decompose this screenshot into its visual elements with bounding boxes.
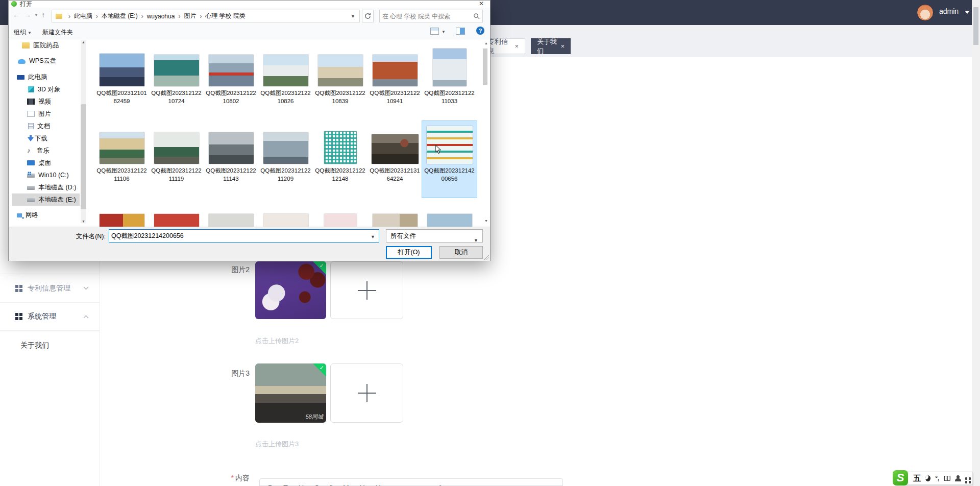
breadcrumb-segment[interactable]: wuyaohua bbox=[146, 13, 176, 20]
file-thumbnail[interactable] bbox=[318, 55, 363, 86]
breadcrumb-segment[interactable]: 图片 bbox=[183, 12, 197, 20]
cancel-button[interactable]: 取消 bbox=[439, 246, 483, 259]
tree-item-downloads[interactable]: 下载 bbox=[12, 132, 80, 144]
file-item[interactable] bbox=[258, 202, 313, 227]
mark-button[interactable]: M bbox=[343, 482, 349, 485]
filetype-select[interactable]: 所有文件 ▼ bbox=[386, 229, 483, 242]
h2-button[interactable]: H bbox=[376, 482, 381, 485]
file-item[interactable] bbox=[94, 202, 149, 227]
close-icon[interactable]: × bbox=[514, 42, 519, 50]
tree-item-desktop[interactable]: 桌面 bbox=[12, 157, 80, 169]
search-box[interactable] bbox=[379, 10, 483, 22]
sidebar-item-patent-management[interactable]: 专利信息管理 bbox=[0, 274, 100, 302]
file-thumbnail[interactable] bbox=[100, 214, 144, 227]
breadcrumb-segment[interactable]: 此电脑 bbox=[73, 12, 93, 20]
moon-icon[interactable] bbox=[925, 475, 930, 481]
file-thumbnail[interactable] bbox=[209, 55, 254, 86]
tab-about-us[interactable]: 关于我们 × bbox=[531, 38, 571, 54]
file-item[interactable]: QQ截图20231212210724 bbox=[149, 43, 204, 120]
file-item[interactable]: QQ截图20231212210802 bbox=[204, 43, 258, 120]
strike-button[interactable]: S bbox=[314, 482, 319, 485]
file-item[interactable] bbox=[422, 202, 477, 227]
file-thumbnail[interactable] bbox=[100, 132, 144, 164]
file-thumbnail[interactable] bbox=[324, 214, 357, 227]
filename-combobox[interactable]: ▼ bbox=[109, 229, 379, 242]
breadcrumb-segment[interactable]: 本地磁盘 (E:) bbox=[101, 12, 139, 20]
sidebar-item-system-management[interactable]: 系统管理 bbox=[0, 302, 100, 331]
unordered-list-button[interactable]: ≡ bbox=[406, 482, 410, 485]
tree-item-3d-objects[interactable]: 3D 对象 bbox=[12, 83, 80, 95]
h1-button[interactable]: H bbox=[360, 482, 365, 485]
scroll-up-icon[interactable]: ▲ bbox=[483, 41, 489, 45]
tree-item-drive-c[interactable]: Win10 (C:) bbox=[12, 169, 80, 181]
ime-toolbar[interactable]: S 五 °, bbox=[895, 472, 973, 485]
tree-item-drive-e[interactable]: 本地磁盘 (E:) bbox=[12, 193, 80, 206]
file-thumbnail[interactable] bbox=[154, 132, 199, 164]
dialog-title-bar[interactable]: 打开 ✕ bbox=[9, 1, 490, 8]
scrollbar-thumb[interactable] bbox=[973, 7, 978, 45]
chevron-down-icon[interactable]: ▼ bbox=[442, 30, 446, 34]
tree-item-wps-cloud[interactable]: WPS云盘 bbox=[12, 55, 80, 67]
tree-item-drive-d[interactable]: 本地磁盘 (D:) bbox=[12, 181, 80, 193]
scroll-up-icon[interactable]: ▲ bbox=[81, 40, 86, 44]
person-icon[interactable] bbox=[955, 475, 960, 481]
file-item[interactable]: QQ截图20231212211119 bbox=[149, 121, 204, 198]
preview-pane-button[interactable] bbox=[456, 28, 465, 35]
file-item[interactable] bbox=[313, 202, 368, 227]
file-thumbnail[interactable] bbox=[324, 131, 357, 164]
underline-button[interactable]: U bbox=[299, 482, 304, 485]
ordered-list-button[interactable]: ≡ bbox=[391, 482, 396, 485]
file-thumbnail[interactable] bbox=[209, 214, 254, 227]
rich-text-editor-toolbar[interactable]: B T U S ” M H H ≡ ≡ x x² ≡ ≡ bbox=[259, 478, 563, 486]
avatar[interactable] bbox=[917, 4, 934, 21]
page-scrollbar[interactable] bbox=[972, 0, 980, 486]
file-thumbnail[interactable] bbox=[373, 214, 418, 227]
file-item[interactable]: QQ截图20231213164224 bbox=[368, 121, 422, 198]
quote-button[interactable]: ” bbox=[330, 482, 332, 485]
file-thumbnail[interactable] bbox=[263, 214, 308, 227]
file-item[interactable] bbox=[204, 202, 258, 227]
file-item[interactable]: QQ截图20231212211143 bbox=[204, 121, 258, 198]
scrollbar-thumb[interactable] bbox=[483, 48, 487, 85]
close-icon[interactable]: × bbox=[560, 42, 565, 50]
ime-logo-icon[interactable]: S bbox=[893, 470, 908, 485]
image2-upload-button[interactable] bbox=[330, 261, 403, 319]
tree-item-videos[interactable]: 视频 bbox=[12, 95, 80, 108]
breadcrumb[interactable]: › 此电脑 › 本地磁盘 (E:) › wuyaohua › 图片 › 心理 学… bbox=[52, 10, 360, 22]
up-button[interactable]: ↑ bbox=[41, 11, 45, 19]
grid-menu-icon[interactable] bbox=[965, 477, 967, 480]
indent-button[interactable]: ≡ bbox=[467, 482, 471, 485]
chevron-down-icon[interactable] bbox=[965, 11, 970, 14]
chevron-down-icon[interactable]: ▼ bbox=[371, 234, 375, 239]
breadcrumb-segment[interactable]: 心理 学校 院类 bbox=[204, 12, 247, 20]
file-item-selected[interactable]: QQ截图20231214200656 bbox=[422, 121, 477, 198]
file-item[interactable]: QQ截图20231212211033 bbox=[422, 43, 477, 120]
subscript-button[interactable]: x bbox=[421, 482, 425, 485]
file-item[interactable] bbox=[149, 202, 204, 227]
file-thumbnail[interactable] bbox=[263, 55, 308, 86]
help-button[interactable]: ? bbox=[476, 27, 484, 35]
file-thumbnail[interactable] bbox=[154, 214, 199, 227]
bold-button[interactable]: B bbox=[268, 482, 273, 485]
filename-input[interactable] bbox=[111, 231, 366, 241]
organize-button[interactable]: 组织▼ bbox=[14, 28, 32, 37]
history-dropdown-icon[interactable]: ▼ bbox=[34, 13, 38, 17]
forward-button[interactable]: → bbox=[24, 11, 31, 19]
scrollbar-thumb[interactable] bbox=[81, 105, 86, 209]
file-thumbnail[interactable] bbox=[209, 132, 254, 164]
file-item[interactable]: QQ截图20231212212148 bbox=[313, 121, 368, 198]
file-thumbnail[interactable] bbox=[100, 54, 144, 86]
image3-preview[interactable]: ✓ 58同城 bbox=[255, 363, 326, 423]
resize-grip[interactable] bbox=[484, 255, 489, 260]
file-item[interactable]: QQ截图20231212210941 bbox=[368, 43, 422, 120]
view-mode-button[interactable] bbox=[430, 28, 439, 35]
tree-item-this-pc[interactable]: 此电脑 bbox=[12, 71, 80, 83]
file-item[interactable]: QQ截图20231210182459 bbox=[94, 43, 149, 120]
keyboard-icon[interactable] bbox=[944, 476, 950, 481]
refresh-button[interactable] bbox=[362, 10, 374, 22]
file-item[interactable]: QQ截图20231212211106 bbox=[94, 121, 149, 198]
new-folder-button[interactable]: 新建文件夹 bbox=[42, 28, 73, 37]
sidebar-item-about-us[interactable]: 关于我们 bbox=[0, 331, 100, 359]
open-button[interactable]: 打开(O) bbox=[386, 246, 432, 259]
align-button[interactable]: ≡ bbox=[452, 482, 456, 485]
